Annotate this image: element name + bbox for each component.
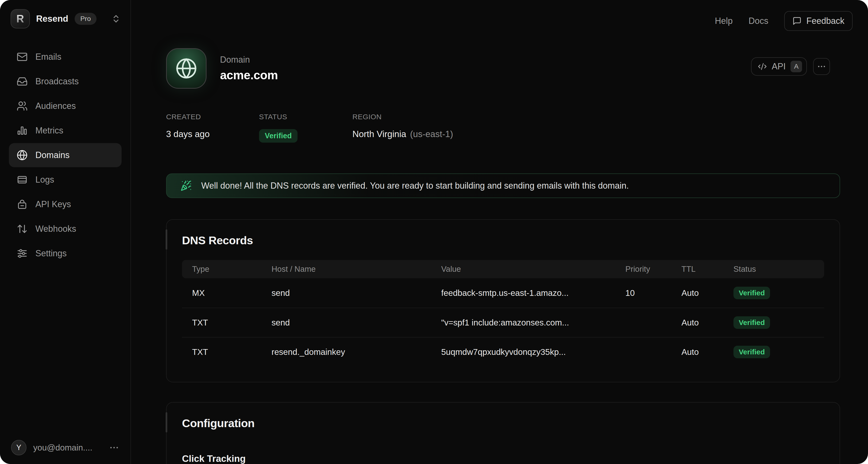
page-title: acme.com xyxy=(220,68,278,82)
region-label: REGION xyxy=(352,113,453,121)
globe-icon xyxy=(17,150,28,161)
record-host: send xyxy=(272,318,441,327)
record-type: TXT xyxy=(192,347,272,357)
ellipsis-icon[interactable] xyxy=(109,442,119,453)
record-host: send xyxy=(272,288,441,298)
sidebar-item-domains[interactable]: Domains xyxy=(9,143,122,167)
sidebar-item-label: API Keys xyxy=(35,199,71,209)
header-actions: API A xyxy=(751,57,830,76)
record-type: TXT xyxy=(192,318,272,327)
workspace-switcher[interactable]: R Resend Pro xyxy=(0,0,130,31)
column-header-type: Type xyxy=(192,264,272,274)
user-menu[interactable]: Y you@domain.... xyxy=(0,431,130,464)
inbox-icon xyxy=(17,76,28,87)
region-value: North Virginia xyxy=(352,129,406,139)
card-accent-bar xyxy=(165,412,167,432)
column-header-status: Status xyxy=(734,264,814,274)
sidebar-item-label: Webhooks xyxy=(35,224,76,234)
sidebar: R Resend Pro Emails Broadcasts Audiences xyxy=(0,0,131,464)
card-accent-bar xyxy=(165,229,167,250)
record-ttl: Auto xyxy=(681,347,734,357)
sidebar-item-label: Settings xyxy=(35,249,67,259)
sidebar-item-label: Domains xyxy=(35,150,69,160)
column-header-ttl: TTL xyxy=(681,264,734,274)
keyboard-shortcut-badge: A xyxy=(790,61,802,72)
domain-globe-icon xyxy=(166,48,207,89)
resend-logo-icon: R xyxy=(10,9,30,28)
success-banner: Well done! All the DNS records are verif… xyxy=(166,173,840,198)
configuration-title: Configuration xyxy=(182,416,824,430)
record-host: resend._domainkey xyxy=(272,347,441,357)
sidebar-item-label: Logs xyxy=(35,175,54,185)
more-options-button[interactable] xyxy=(813,58,830,75)
dns-records-title: DNS Records xyxy=(182,234,824,247)
record-status-badge: Verified xyxy=(734,287,770,299)
bar-chart-icon xyxy=(17,125,28,136)
created-value: 3 days ago xyxy=(166,129,259,139)
mail-icon xyxy=(17,51,28,62)
record-type: MX xyxy=(192,288,272,298)
record-status-badge: Verified xyxy=(734,316,770,329)
sidebar-item-label: Emails xyxy=(35,52,61,62)
code-icon xyxy=(758,62,767,71)
lock-icon xyxy=(17,199,28,210)
sidebar-item-api-keys[interactable]: API Keys xyxy=(9,192,122,216)
banner-message: Well done! All the DNS records are verif… xyxy=(201,181,629,191)
record-value: feedback-smtp.us-east-1.amazo... xyxy=(441,288,625,298)
sidebar-item-metrics[interactable]: Metrics xyxy=(9,119,122,143)
column-header-priority: Priority xyxy=(625,264,681,274)
domain-meta: CREATED 3 days ago STATUS Verified REGIO… xyxy=(166,113,840,143)
user-email: you@domain.... xyxy=(33,443,92,453)
plan-badge: Pro xyxy=(74,13,97,25)
region-code: (us-east-1) xyxy=(410,129,453,139)
dns-records-card: DNS Records Type Host / Name Value Prior… xyxy=(166,219,840,382)
sidebar-item-broadcasts[interactable]: Broadcasts xyxy=(9,69,122,93)
record-ttl: Auto xyxy=(681,318,734,327)
sliders-icon xyxy=(17,248,28,259)
sidebar-item-emails[interactable]: Emails xyxy=(9,45,122,69)
avatar: Y xyxy=(11,440,27,455)
domain-eyebrow: Domain xyxy=(220,55,278,65)
users-icon xyxy=(17,100,28,112)
record-value: "v=spf1 include:amazonses.com... xyxy=(441,318,625,327)
table-row: MX send feedback-smtp.us-east-1.amazo...… xyxy=(182,278,824,308)
click-tracking-label: Click Tracking xyxy=(182,454,824,464)
sidebar-item-label: Audiences xyxy=(35,101,76,111)
sidebar-item-settings[interactable]: Settings xyxy=(9,241,122,265)
domain-header: Domain acme.com xyxy=(166,48,840,89)
status-badge: Verified xyxy=(259,129,298,143)
column-header-host: Host / Name xyxy=(272,264,441,274)
ellipsis-icon xyxy=(817,62,826,71)
main-content: Domain acme.com API A CREATED 3 days ago… xyxy=(166,0,840,464)
api-button-label: API xyxy=(772,61,786,71)
record-status-badge: Verified xyxy=(734,346,770,358)
workspace-name: Resend xyxy=(36,14,68,24)
sidebar-item-audiences[interactable]: Audiences xyxy=(9,94,122,118)
table-row: TXT send "v=spf1 include:amazonses.com..… xyxy=(182,308,824,337)
record-ttl: Auto xyxy=(681,288,734,298)
column-header-value: Value xyxy=(441,264,625,274)
table-header: Type Host / Name Value Priority TTL Stat… xyxy=(182,260,824,278)
table-row: TXT resend._domainkey 5uqmdw7qpxudkyvdon… xyxy=(182,337,824,367)
sidebar-nav: Emails Broadcasts Audiences Metrics Doma… xyxy=(0,31,130,265)
created-label: CREATED xyxy=(166,113,259,121)
api-button[interactable]: API A xyxy=(751,57,807,76)
party-popper-icon xyxy=(181,180,192,191)
sidebar-item-label: Metrics xyxy=(35,125,63,136)
sidebar-item-logs[interactable]: Logs xyxy=(9,168,122,192)
status-label: STATUS xyxy=(259,113,352,121)
configuration-card: Configuration Click Tracking xyxy=(166,402,840,464)
record-priority: 10 xyxy=(625,288,681,298)
arrows-up-down-icon xyxy=(17,223,28,234)
record-value: 5uqmdw7qpxudkyvdonqzy35kp... xyxy=(441,347,625,357)
chevron-up-down-icon[interactable] xyxy=(111,14,121,24)
rows-icon xyxy=(17,174,28,185)
sidebar-item-webhooks[interactable]: Webhooks xyxy=(9,217,122,241)
sidebar-item-label: Broadcasts xyxy=(35,76,79,86)
app-window: R Resend Pro Emails Broadcasts Audiences xyxy=(0,0,868,464)
